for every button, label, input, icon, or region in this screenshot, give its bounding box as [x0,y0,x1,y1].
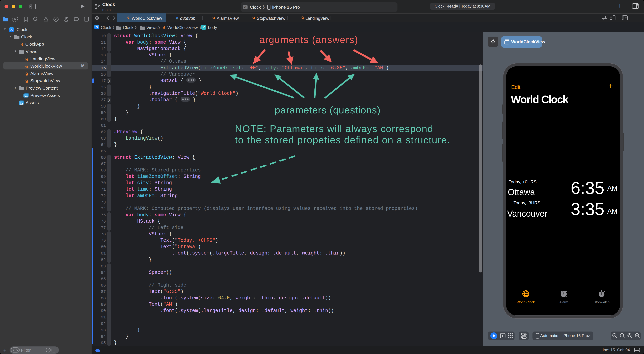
svg-text:1: 1 [621,334,622,337]
